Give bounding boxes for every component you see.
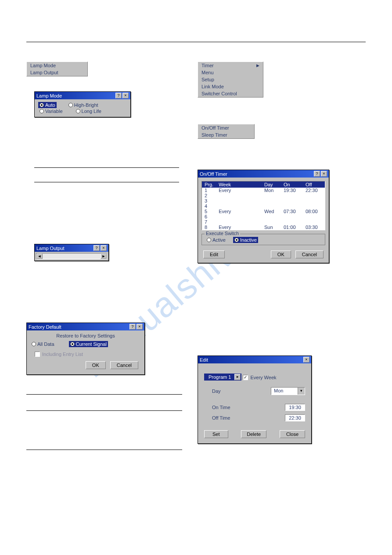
table-row[interactable]: 5EveryWed07:3008:00 (202, 209, 325, 214)
off-time-field[interactable]: 22:30 (285, 414, 305, 421)
table-row[interactable]: 8EverySun01:0003:30 (202, 225, 325, 230)
check-label: Including Entry List (42, 352, 83, 357)
menu-item-timer[interactable]: Timer ▶ (198, 62, 263, 69)
on-off-timer-title: On/Off Timer (200, 171, 227, 177)
lamp-output-dialog: Lamp Output ? × ◄ ► (34, 244, 109, 261)
timer-submenu: On/Off Timer Sleep Timer (198, 124, 255, 139)
cancel-button[interactable]: Cancel (110, 361, 138, 369)
table-row[interactable]: 6 (202, 214, 325, 219)
table-row[interactable]: 4 (202, 203, 325, 209)
check-including-entry-list[interactable]: Including Entry List (35, 352, 83, 357)
radio-variable-label: Variable (45, 109, 63, 114)
radio-variable[interactable]: Variable (38, 108, 64, 114)
divider (34, 167, 179, 168)
cell-off: 08:00 (303, 209, 325, 214)
menu-item-link-mode[interactable]: Link Mode (198, 83, 263, 90)
timer-program-list[interactable]: Prg. Week Day On Off 1EveryMon19:3022:30… (201, 181, 325, 230)
cell-day: Wed (262, 209, 281, 214)
factory-default-subtitle: Restore to Factory Settings (30, 333, 141, 338)
radio-active[interactable]: Active (205, 237, 227, 243)
radio-long-label: Long Life (82, 109, 101, 114)
radio-high-label: High-Bright (74, 102, 98, 108)
radio-current-signal-label: Current Signal (76, 341, 107, 347)
radio-high-bright[interactable]: High-Bright (67, 102, 100, 108)
help-icon[interactable]: ? (129, 324, 136, 330)
table-row[interactable]: 3 (202, 198, 325, 203)
ok-button[interactable]: OK (271, 250, 291, 258)
close-icon[interactable]: × (137, 324, 143, 330)
menu-item-switcher-control[interactable]: Switcher Control (198, 90, 263, 97)
radio-inactive[interactable]: Inactive (233, 237, 258, 243)
cell-on (281, 219, 303, 225)
execute-switch-legend: Execute Switch (205, 231, 240, 236)
help-icon[interactable]: ? (94, 245, 100, 251)
menu-item-menu[interactable]: Menu (198, 69, 263, 76)
cell-off: 03:30 (303, 225, 325, 230)
dropdown-arrow-icon[interactable]: ▾ (298, 388, 305, 395)
divider (34, 182, 179, 182)
lamp-output-slider[interactable]: ◄ ► (36, 253, 107, 259)
set-button[interactable]: Set (204, 430, 228, 438)
cell-day (262, 219, 281, 225)
menu-item-sleep-timer[interactable]: Sleep Timer (198, 131, 254, 138)
ok-button[interactable]: OK (86, 361, 106, 369)
on-time-field[interactable]: 19:30 (285, 404, 305, 411)
close-icon[interactable]: × (101, 245, 107, 251)
cell-n: 6 (202, 214, 216, 219)
close-icon[interactable]: × (122, 93, 129, 98)
close-icon[interactable]: × (321, 171, 327, 177)
on-off-timer-titlebar: On/Off Timer ? × (198, 170, 329, 178)
radio-all-data-label: All Data (37, 341, 54, 347)
radio-active-label: Active (212, 237, 226, 243)
slider-right-icon[interactable]: ► (101, 254, 107, 259)
lamp-output-title: Lamp Output (36, 246, 65, 251)
cell-on (281, 198, 303, 203)
col-day: Day (262, 181, 281, 188)
factory-default-titlebar: Factory Default ? × (27, 323, 144, 330)
on-off-timer-dialog: On/Off Timer ? × Prg. Week Day On Off (198, 170, 329, 263)
cell-week (216, 203, 262, 209)
close-icon[interactable]: × (303, 357, 309, 363)
help-icon[interactable]: ? (314, 171, 320, 177)
timer-edit-titlebar: Edit × (198, 356, 311, 363)
edit-button[interactable]: Edit (203, 250, 225, 258)
cell-n: 8 (202, 225, 216, 230)
radio-auto[interactable]: Auto (38, 102, 57, 108)
menu-item-on-off-timer[interactable]: On/Off Timer (198, 124, 254, 131)
menu-item-lamp-mode[interactable]: Lamp Mode (27, 62, 87, 69)
cell-week (216, 214, 262, 219)
day-combo[interactable]: Mon ▾ (271, 387, 305, 395)
menu-item-lamp-output[interactable]: Lamp Output (27, 69, 87, 76)
off-time-label: Off Time (212, 415, 230, 421)
divider (26, 450, 182, 450)
close-button[interactable]: Close (280, 430, 305, 438)
on-time-label: On Time (212, 405, 230, 410)
submenu-arrow-icon: ▶ (256, 63, 259, 68)
dropdown-arrow-icon[interactable]: ▸ (234, 374, 241, 380)
program-selector[interactable]: Program 1 ▸ (204, 374, 241, 381)
slider-left-icon[interactable]: ◄ (36, 254, 43, 259)
radio-long-life[interactable]: Long Life (75, 108, 103, 114)
cell-week (216, 198, 262, 203)
checkbox-icon (35, 352, 40, 357)
help-icon[interactable]: ? (115, 93, 122, 98)
cell-n: 1 (202, 188, 216, 193)
menu-item-setup[interactable]: Setup (198, 76, 263, 83)
cell-on: 01:00 (281, 225, 303, 230)
divider (26, 410, 182, 411)
cell-off (303, 193, 325, 198)
timer-edit-title: Edit (200, 357, 208, 363)
radio-inactive-label: Inactive (240, 237, 257, 243)
table-row[interactable]: 2 (202, 193, 325, 198)
menu-item-timer-label: Timer (201, 63, 214, 68)
cell-off (303, 219, 325, 225)
cell-week (216, 219, 262, 225)
radio-all-data[interactable]: All Data (30, 341, 56, 347)
check-every-week[interactable]: ✓ Every Week (243, 375, 276, 380)
radio-current-signal[interactable]: Current Signal (69, 341, 108, 347)
table-row[interactable]: 7 (202, 219, 325, 225)
cancel-button[interactable]: Cancel (295, 250, 324, 258)
check-every-week-label: Every Week (250, 375, 276, 380)
table-row[interactable]: 1EveryMon19:3022:30 (202, 188, 325, 193)
delete-button[interactable]: Delete (241, 430, 266, 438)
